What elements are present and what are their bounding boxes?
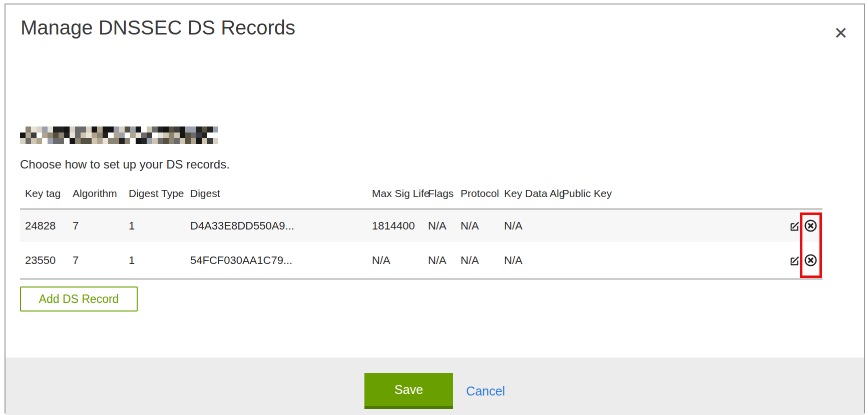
column-header-digest: Digest [185, 187, 367, 209]
column-header-key-tag: Key tag [20, 187, 68, 209]
column-header-digest-type: Digest Type [124, 187, 185, 209]
cell-key-tag: 24828 [20, 209, 68, 242]
cell-key-data-alg: N/A [499, 242, 557, 279]
cell-max-sig-life: 1814400 [367, 209, 423, 242]
cell-flags: N/A [423, 242, 456, 279]
column-header-key-data-alg: Key Data Alg [499, 187, 557, 209]
save-button[interactable]: Save [364, 373, 453, 409]
cell-algorithm: 7 [68, 209, 124, 242]
edit-record-button[interactable] [789, 254, 801, 266]
manage-dnssec-ds-records-modal: ✕ Manage DNSSEC DS Records Choose how to… [5, 4, 865, 414]
column-header-flags: Flags [423, 187, 456, 209]
ds-records-table-wrap: Key tag Algorithm Digest Type Digest Max… [20, 187, 822, 280]
cell-digest: D4A33E8DD550A9... [185, 209, 367, 242]
cell-digest-type: 1 [124, 242, 185, 279]
redacted-domain-name [20, 126, 218, 144]
delete-circle-x-icon [804, 226, 817, 234]
delete-record-button[interactable] [804, 219, 817, 232]
table-header-row: Key tag Algorithm Digest Type Digest Max… [20, 187, 822, 209]
add-ds-record-button[interactable]: Add DS Record [20, 286, 138, 312]
column-header-protocol: Protocol [456, 187, 499, 209]
cell-digest-type: 1 [124, 209, 185, 242]
cell-actions [778, 209, 822, 242]
edit-pencil-icon [789, 226, 801, 234]
edit-record-button[interactable] [789, 220, 801, 232]
cell-public-key [557, 209, 778, 242]
cell-protocol: N/A [456, 242, 499, 279]
modal-title: Manage DNSSEC DS Records [21, 16, 864, 38]
column-header-algorithm: Algorithm [68, 187, 124, 209]
cell-key-data-alg: N/A [499, 209, 557, 242]
column-header-actions [778, 187, 822, 209]
column-header-public-key: Public Key [557, 187, 778, 209]
ds-records-table: Key tag Algorithm Digest Type Digest Max… [20, 187, 822, 280]
cell-digest: 54FCF030AA1C79... [185, 242, 367, 279]
column-header-max-sig-life: Max Sig Life [367, 187, 423, 209]
modal-body: ✕ Manage DNSSEC DS Records Choose how to… [6, 16, 864, 415]
modal-footer: Save Cancel [6, 358, 864, 415]
subtitle-text: Choose how to set up your DS records. [20, 157, 864, 172]
table-row: 23550 7 1 54FCF030AA1C79... N/A N/A N/A … [20, 242, 822, 279]
edit-pencil-icon [789, 260, 801, 268]
cell-protocol: N/A [456, 209, 499, 242]
cell-key-tag: 23550 [20, 242, 68, 279]
cell-public-key [557, 242, 778, 279]
cancel-link[interactable]: Cancel [466, 384, 505, 398]
cell-algorithm: 7 [68, 242, 124, 279]
cell-actions [778, 242, 822, 279]
delete-record-button[interactable] [804, 254, 817, 267]
cell-flags: N/A [423, 209, 456, 242]
delete-circle-x-icon [804, 261, 817, 268]
table-row: 24828 7 1 D4A33E8DD550A9... 1814400 N/A … [20, 209, 822, 242]
close-icon[interactable]: ✕ [834, 24, 848, 42]
cell-max-sig-life: N/A [367, 242, 423, 279]
